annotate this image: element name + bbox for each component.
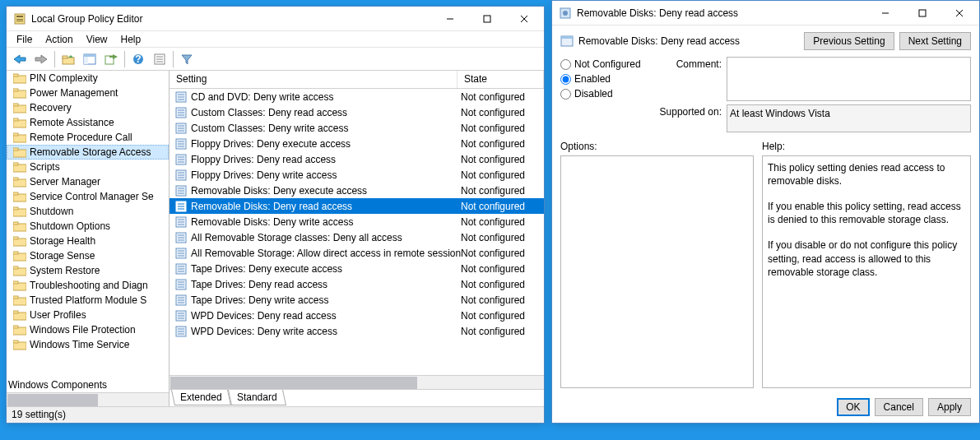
setting-row[interactable]: Removable Disks: Deny execute accessNot … [170, 183, 544, 198]
setting-row[interactable]: Custom Classes: Deny read accessNot conf… [170, 104, 544, 120]
tree-item[interactable]: PIN Complexity [7, 71, 169, 86]
menu-file[interactable]: File [10, 32, 39, 47]
svg-rect-32 [13, 118, 18, 121]
menu-help[interactable]: Help [114, 32, 148, 47]
comment-label: Comment: [656, 57, 722, 70]
radio-not-configured[interactable]: Not Configured [560, 58, 651, 70]
tree-item[interactable]: Shutdown [7, 204, 169, 219]
menu-view[interactable]: View [80, 32, 114, 47]
tree-pane[interactable]: PIN ComplexityPower ManagementRecoveryRe… [7, 71, 170, 406]
svg-rect-130 [919, 10, 926, 16]
setting-row[interactable]: Floppy Drives: Deny execute accessNot co… [170, 136, 544, 151]
tree-item[interactable]: Trusted Platform Module S [7, 293, 169, 308]
tree-item[interactable]: Shutdown Options [7, 219, 169, 234]
tree-h-scrollbar[interactable] [7, 392, 169, 406]
setting-row[interactable]: Removable Disks: Deny write accessNot co… [170, 214, 544, 229]
close-button[interactable] [505, 7, 542, 30]
setting-icon [174, 278, 188, 291]
tree-item[interactable]: Remote Procedure Call [7, 130, 169, 145]
properties-button[interactable] [150, 49, 170, 69]
apply-button[interactable]: Apply [928, 398, 971, 416]
tab-standard[interactable]: Standard [228, 390, 286, 405]
svg-rect-42 [13, 192, 18, 195]
setting-row[interactable]: Floppy Drives: Deny write accessNot conf… [170, 167, 544, 183]
folder-icon [13, 265, 26, 276]
setting-row[interactable]: Tape Drives: Deny write accessNot config… [170, 292, 544, 308]
tree-item[interactable]: Power Management [7, 86, 169, 100]
help-button[interactable]: ? [128, 49, 148, 69]
tree-item[interactable]: Remote Assistance [7, 115, 169, 130]
tree-item[interactable]: User Profiles [7, 308, 169, 322]
col-setting[interactable]: Setting [170, 71, 457, 88]
minimize-button[interactable] [431, 7, 468, 30]
tree-item[interactable]: Service Control Manager Se [7, 189, 169, 204]
options-box[interactable] [560, 155, 754, 388]
radio-enabled[interactable]: Enabled [560, 73, 651, 85]
previous-setting-button[interactable]: Previous Setting [804, 32, 894, 50]
list-pane: Setting State CD and DVD: Deny write acc… [170, 71, 544, 406]
tree-item[interactable]: Troubleshooting and Diagn [7, 278, 169, 293]
setting-row[interactable]: Tape Drives: Deny execute accessNot conf… [170, 261, 544, 276]
tree-item[interactable]: Storage Sense [7, 248, 169, 263]
setting-row[interactable]: Custom Classes: Deny write accessNot con… [170, 120, 544, 136]
tree-item[interactable]: System Restore [7, 263, 169, 278]
next-setting-button[interactable]: Next Setting [899, 32, 971, 50]
ok-button[interactable]: OK [837, 398, 869, 416]
maximize-button[interactable] [468, 7, 505, 30]
help-box[interactable]: This policy setting denies read access t… [762, 155, 971, 388]
svg-rect-14 [84, 54, 95, 57]
folder-icon [13, 132, 26, 143]
tree-item[interactable]: Storage Health [7, 234, 169, 248]
supported-on-value: At least Windows Vista [727, 104, 971, 132]
comment-field[interactable] [727, 57, 971, 101]
policy-dialog: Removable Disks: Deny read access Remova… [551, 0, 980, 424]
setting-row[interactable]: CD and DVD: Deny write accessNot configu… [170, 89, 544, 104]
policy-minimize-button[interactable] [866, 2, 903, 25]
setting-row[interactable]: All Removable Storage classes: Deny all … [170, 229, 544, 245]
menu-action[interactable]: Action [39, 32, 79, 47]
setting-row[interactable]: Tape Drives: Deny read accessNot configu… [170, 276, 544, 292]
policy-titlebar[interactable]: Removable Disks: Deny read access [552, 1, 979, 25]
cancel-button[interactable]: Cancel [875, 398, 923, 416]
setting-row[interactable]: WPD Devices: Deny read accessNot configu… [170, 308, 544, 323]
setting-icon [174, 122, 188, 135]
list-h-scrollbar[interactable] [170, 375, 544, 389]
show-hide-tree-button[interactable] [80, 49, 100, 69]
setting-icon [174, 325, 188, 338]
gpedit-titlebar[interactable]: Local Group Policy Editor [7, 7, 544, 31]
svg-rect-56 [13, 296, 18, 299]
setting-icon [174, 169, 188, 182]
tree-item[interactable]: Windows Time Service [7, 337, 169, 352]
setting-row[interactable]: Removable Disks: Deny read accessNot con… [170, 198, 544, 214]
setting-icon [174, 90, 188, 104]
toolbar: ? [7, 48, 544, 71]
tree-item[interactable]: Server Manager [7, 174, 169, 189]
tab-extended[interactable]: Extended [171, 390, 231, 405]
svg-rect-1 [16, 16, 23, 17]
svg-rect-60 [13, 326, 18, 328]
radio-disabled[interactable]: Disabled [560, 88, 651, 100]
col-state[interactable]: State [457, 71, 544, 88]
setting-row[interactable]: All Removable Storage: Allow direct acce… [170, 245, 544, 261]
tree-item[interactable]: Scripts [7, 160, 169, 174]
setting-row[interactable]: Floppy Drives: Deny read accessNot confi… [170, 151, 544, 167]
tree-item[interactable]: Recovery [7, 100, 169, 115]
settings-list[interactable]: CD and DVD: Deny write accessNot configu… [170, 89, 544, 375]
up-button[interactable] [58, 49, 78, 69]
setting-row[interactable]: WPD Devices: Deny write accessNot config… [170, 323, 544, 339]
svg-rect-58 [13, 311, 18, 313]
folder-icon [13, 280, 26, 291]
svg-marker-8 [14, 55, 26, 63]
filter-button[interactable] [177, 49, 197, 69]
tree-item-windows-components[interactable]: Windows Components [7, 377, 169, 392]
svg-rect-28 [13, 89, 18, 91]
back-button[interactable] [10, 49, 30, 69]
tree-item[interactable]: Removable Storage Access [7, 145, 169, 160]
export-button[interactable] [101, 49, 121, 69]
forward-button[interactable] [31, 49, 51, 69]
status-bar: 19 setting(s) [7, 406, 544, 423]
policy-maximize-button[interactable] [903, 2, 941, 25]
svg-marker-9 [35, 55, 47, 63]
policy-close-button[interactable] [941, 2, 978, 25]
tree-item[interactable]: Windows File Protection [7, 322, 169, 337]
